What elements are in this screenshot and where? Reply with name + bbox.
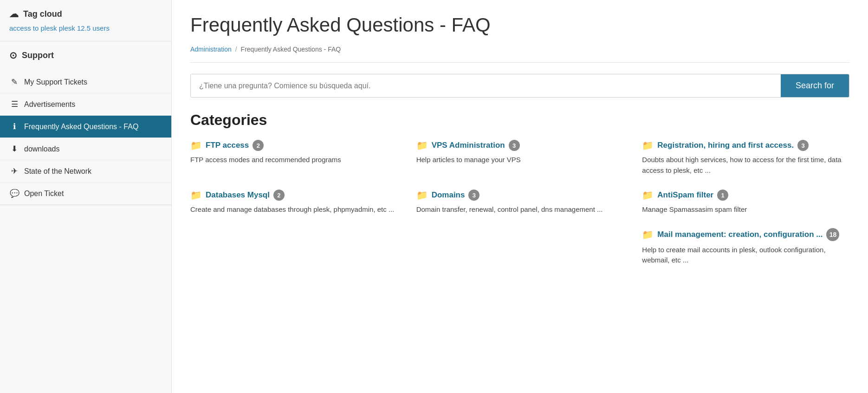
- breadcrumb-separator: /: [235, 46, 237, 53]
- nav-link-faq[interactable]: ℹ Frequently Asked Questions - FAQ: [0, 116, 171, 138]
- state-of-network-icon: ✈: [9, 166, 19, 176]
- advertisements-icon: ☰: [9, 99, 19, 109]
- search-input[interactable]: [191, 74, 781, 97]
- folder-icon-ftp: 📁: [190, 140, 202, 151]
- nav-link-advertisements[interactable]: ☰ Advertisements: [0, 93, 171, 116]
- categories-title: Categories: [190, 111, 849, 129]
- category-desc-mail-management: Help to create mail accounts in plesk, o…: [642, 245, 849, 266]
- category-antispam-title-row: 📁 AntiSpam filter 1: [642, 190, 849, 201]
- folder-icon-registration: 📁: [642, 140, 654, 151]
- nav-label-advertisements: Advertisements: [24, 100, 75, 109]
- category-link-antispam[interactable]: AntiSpam filter: [657, 190, 713, 200]
- category-desc-ftp-access: FTP access modes and recommended program…: [190, 155, 398, 165]
- category-link-mail-management[interactable]: Mail management: creation, configuration…: [657, 230, 823, 239]
- support-nav: ✎ My Support Tickets ☰ Advertisements ℹ …: [0, 71, 171, 205]
- tag-cloud-section: ☁ Tag cloud access to plesk plesk 12.5 u…: [0, 0, 171, 41]
- nav-label-open-ticket: Open Ticket: [24, 190, 64, 198]
- category-desc-antispam: Manage Spamassasim spam filter: [642, 204, 849, 215]
- category-domains-title-row: 📁 Domains 3: [416, 190, 624, 201]
- badge-registration: 3: [797, 140, 809, 151]
- category-link-databases-mysql[interactable]: Databases Mysql: [206, 190, 270, 200]
- category-registration: 📁 Registration, hiring and first access.…: [642, 140, 849, 176]
- nav-label-my-support-tickets: My Support Tickets: [24, 78, 87, 86]
- nav-link-my-support-tickets[interactable]: ✎ My Support Tickets: [0, 71, 171, 93]
- nav-item-open-ticket[interactable]: 💬 Open Ticket: [0, 183, 171, 205]
- tag-cloud-header: ☁ Tag cloud: [9, 8, 162, 20]
- category-link-domains[interactable]: Domains: [432, 190, 465, 200]
- category-link-ftp-access[interactable]: FTP access: [206, 141, 249, 150]
- category-desc-domains: Domain transfer, renewal, control panel,…: [416, 204, 624, 215]
- categories-grid: 📁 FTP access 2 FTP access modes and reco…: [190, 140, 849, 266]
- category-desc-vps-admin: Help articles to manage your VPS: [416, 155, 624, 165]
- category-link-registration[interactable]: Registration, hiring and first access.: [657, 141, 794, 150]
- category-col-right: 📁 AntiSpam filter 1 Manage Spamassasim s…: [642, 190, 849, 266]
- folder-icon-domains: 📁: [416, 190, 428, 201]
- badge-antispam: 1: [717, 190, 728, 201]
- tag-cloud-link[interactable]: access to plesk plesk 12.5 users: [9, 24, 110, 32]
- nav-label-state-of-network: State of the Network: [24, 167, 91, 176]
- page-title: Frequently Asked Questions - FAQ: [190, 14, 849, 36]
- tag-cloud-icon: ☁: [9, 8, 19, 20]
- breadcrumb-current: Frequently Asked Questions - FAQ: [241, 46, 341, 53]
- nav-label-faq: Frequently Asked Questions - FAQ: [24, 123, 138, 131]
- category-desc-registration: Doubts about high services, how to acces…: [642, 155, 849, 176]
- category-link-vps-admin[interactable]: VPS Administration: [432, 141, 505, 150]
- folder-icon-databases: 📁: [190, 190, 202, 201]
- nav-link-downloads[interactable]: ⬇ downloads: [0, 138, 171, 160]
- nav-item-downloads[interactable]: ⬇ downloads: [0, 138, 171, 160]
- category-mail-management-title-row: 📁 Mail management: creation, configurati…: [642, 228, 849, 241]
- category-domains: 📁 Domains 3 Domain transfer, renewal, co…: [416, 190, 624, 266]
- open-ticket-icon: 💬: [9, 189, 19, 198]
- breadcrumb: Administration / Frequently Asked Questi…: [190, 41, 849, 63]
- support-icon: ⊙: [9, 50, 17, 61]
- category-vps-admin: 📁 VPS Administration 3 Help articles to …: [416, 140, 624, 176]
- nav-link-open-ticket[interactable]: 💬 Open Ticket: [0, 183, 171, 205]
- nav-item-state-of-network[interactable]: ✈ State of the Network: [0, 160, 171, 183]
- support-section: ⊙ Support ✎ My Support Tickets ☰ Adverti…: [0, 41, 171, 205]
- category-mail-management: 📁 Mail management: creation, configurati…: [642, 228, 849, 266]
- badge-ftp-access: 2: [253, 140, 264, 151]
- search-bar: Search for: [190, 74, 849, 98]
- nav-item-advertisements[interactable]: ☰ Advertisements: [0, 93, 171, 116]
- badge-mail-management: 18: [826, 228, 839, 241]
- category-ftp-access: 📁 FTP access 2 FTP access modes and reco…: [190, 140, 398, 176]
- my-support-tickets-icon: ✎: [9, 77, 19, 87]
- faq-icon: ℹ: [9, 122, 19, 131]
- support-title: Support: [22, 51, 54, 60]
- nav-item-my-support-tickets[interactable]: ✎ My Support Tickets: [0, 71, 171, 93]
- folder-icon-antispam: 📁: [642, 190, 654, 201]
- support-header: ⊙ Support: [0, 50, 171, 66]
- breadcrumb-admin-link[interactable]: Administration: [190, 46, 232, 53]
- badge-databases-mysql: 2: [273, 190, 285, 201]
- badge-vps-admin: 3: [509, 140, 520, 151]
- folder-icon-mail: 📁: [642, 229, 654, 240]
- main-content: Frequently Asked Questions - FAQ Adminis…: [172, 0, 868, 393]
- category-databases-mysql-title-row: 📁 Databases Mysql 2: [190, 190, 398, 201]
- category-ftp-access-title-row: 📁 FTP access 2: [190, 140, 398, 151]
- category-vps-admin-title-row: 📁 VPS Administration 3: [416, 140, 624, 151]
- nav-label-downloads: downloads: [24, 145, 60, 153]
- search-button[interactable]: Search for: [781, 74, 849, 97]
- category-desc-databases-mysql: Create and manage databases through ples…: [190, 204, 398, 215]
- folder-icon-vps: 📁: [416, 140, 428, 151]
- category-databases-mysql: 📁 Databases Mysql 2 Create and manage da…: [190, 190, 398, 266]
- category-antispam: 📁 AntiSpam filter 1 Manage Spamassasim s…: [642, 190, 849, 215]
- category-registration-title-row: 📁 Registration, hiring and first access.…: [642, 140, 849, 151]
- nav-link-state-of-network[interactable]: ✈ State of the Network: [0, 160, 171, 183]
- tag-cloud-title: Tag cloud: [23, 9, 62, 19]
- nav-item-faq[interactable]: ℹ Frequently Asked Questions - FAQ: [0, 116, 171, 138]
- downloads-icon: ⬇: [9, 144, 19, 154]
- sidebar: ☁ Tag cloud access to plesk plesk 12.5 u…: [0, 0, 172, 393]
- badge-domains: 3: [468, 190, 479, 201]
